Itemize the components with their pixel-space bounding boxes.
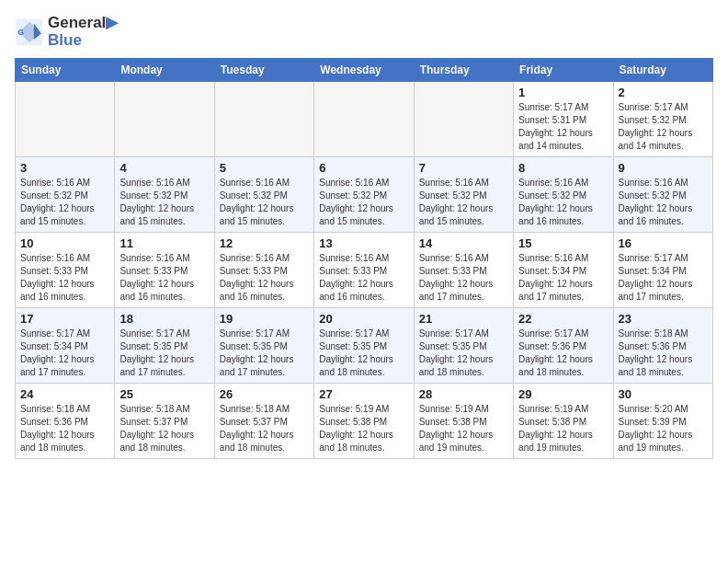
day-info: Sunrise: 5:16 AM Sunset: 5:33 PM Dayligh… — [119, 252, 209, 304]
calendar-day-cell: 27Sunrise: 5:19 AM Sunset: 5:38 PM Dayli… — [314, 384, 414, 459]
day-info: Sunrise: 5:17 AM Sunset: 5:34 PM Dayligh… — [20, 327, 109, 379]
day-number: 25 — [119, 387, 209, 401]
weekday-header: Wednesday — [314, 59, 414, 82]
logo-text: General▶ Blue — [48, 15, 118, 49]
calendar-day-cell: 11Sunrise: 5:16 AM Sunset: 5:33 PM Dayli… — [115, 233, 214, 308]
calendar-day-cell — [214, 82, 313, 157]
weekday-header: Friday — [514, 59, 613, 82]
day-number: 12 — [220, 236, 309, 250]
day-number: 4 — [119, 161, 209, 175]
calendar-day-cell: 14Sunrise: 5:16 AM Sunset: 5:33 PM Dayli… — [414, 233, 513, 308]
day-info: Sunrise: 5:19 AM Sunset: 5:38 PM Dayligh… — [419, 403, 508, 454]
calendar-day-cell: 6Sunrise: 5:16 AM Sunset: 5:32 PM Daylig… — [314, 157, 414, 233]
day-number: 23 — [619, 312, 708, 326]
day-number: 7 — [419, 161, 508, 175]
logo: G General▶ Blue — [15, 15, 118, 49]
day-info: Sunrise: 5:19 AM Sunset: 5:38 PM Dayligh… — [319, 403, 408, 454]
day-info: Sunrise: 5:16 AM Sunset: 5:32 PM Dayligh… — [619, 177, 708, 228]
calendar-day-cell: 20Sunrise: 5:17 AM Sunset: 5:35 PM Dayli… — [314, 308, 414, 384]
calendar-day-cell — [16, 82, 115, 157]
svg-text:G: G — [17, 28, 24, 37]
day-info: Sunrise: 5:17 AM Sunset: 5:35 PM Dayligh… — [319, 327, 408, 379]
calendar-day-cell: 24Sunrise: 5:18 AM Sunset: 5:36 PM Dayli… — [16, 384, 115, 459]
logo-icon: G — [15, 17, 44, 47]
calendar-day-cell: 30Sunrise: 5:20 AM Sunset: 5:39 PM Dayli… — [613, 384, 712, 459]
day-number: 9 — [619, 161, 708, 175]
day-number: 15 — [518, 236, 608, 250]
day-number: 17 — [20, 312, 109, 326]
calendar-day-cell: 4Sunrise: 5:16 AM Sunset: 5:32 PM Daylig… — [115, 157, 214, 233]
calendar-day-cell: 29Sunrise: 5:19 AM Sunset: 5:38 PM Dayli… — [514, 384, 613, 459]
calendar-day-cell: 17Sunrise: 5:17 AM Sunset: 5:34 PM Dayli… — [16, 308, 115, 384]
day-number: 2 — [619, 86, 708, 99]
calendar-day-cell: 19Sunrise: 5:17 AM Sunset: 5:35 PM Dayli… — [214, 308, 313, 384]
calendar-day-cell: 15Sunrise: 5:16 AM Sunset: 5:34 PM Dayli… — [514, 233, 613, 308]
calendar-day-cell: 2Sunrise: 5:17 AM Sunset: 5:32 PM Daylig… — [613, 82, 712, 157]
calendar-day-cell: 8Sunrise: 5:16 AM Sunset: 5:32 PM Daylig… — [514, 157, 613, 233]
calendar-week-row: 17Sunrise: 5:17 AM Sunset: 5:34 PM Dayli… — [16, 308, 713, 384]
calendar-week-row: 3Sunrise: 5:16 AM Sunset: 5:32 PM Daylig… — [16, 157, 713, 233]
day-number: 24 — [20, 387, 109, 401]
calendar-day-cell: 23Sunrise: 5:18 AM Sunset: 5:36 PM Dayli… — [613, 308, 712, 384]
day-number: 28 — [419, 387, 508, 401]
calendar-week-row: 24Sunrise: 5:18 AM Sunset: 5:36 PM Dayli… — [16, 384, 713, 459]
weekday-header: Saturday — [613, 59, 712, 82]
page: G General▶ Blue SundayMondayTuesdayWedne… — [0, 0, 728, 474]
day-info: Sunrise: 5:16 AM Sunset: 5:32 PM Dayligh… — [20, 177, 109, 228]
day-number: 18 — [119, 312, 209, 326]
calendar-day-cell: 12Sunrise: 5:16 AM Sunset: 5:33 PM Dayli… — [214, 233, 313, 308]
day-info: Sunrise: 5:16 AM Sunset: 5:33 PM Dayligh… — [419, 252, 508, 304]
day-info: Sunrise: 5:17 AM Sunset: 5:35 PM Dayligh… — [220, 327, 309, 379]
day-info: Sunrise: 5:16 AM Sunset: 5:32 PM Dayligh… — [419, 177, 508, 228]
calendar-day-cell: 3Sunrise: 5:16 AM Sunset: 5:32 PM Daylig… — [16, 157, 115, 233]
day-info: Sunrise: 5:17 AM Sunset: 5:34 PM Dayligh… — [619, 252, 708, 304]
calendar-day-cell: 1Sunrise: 5:17 AM Sunset: 5:31 PM Daylig… — [514, 82, 613, 157]
day-number: 21 — [419, 312, 508, 326]
calendar-week-row: 10Sunrise: 5:16 AM Sunset: 5:33 PM Dayli… — [16, 233, 713, 308]
day-number: 30 — [619, 387, 708, 401]
calendar-day-cell: 25Sunrise: 5:18 AM Sunset: 5:37 PM Dayli… — [115, 384, 214, 459]
day-number: 20 — [319, 312, 408, 326]
day-number: 19 — [220, 312, 309, 326]
calendar-day-cell: 16Sunrise: 5:17 AM Sunset: 5:34 PM Dayli… — [613, 233, 712, 308]
calendar-day-cell — [314, 82, 414, 157]
day-number: 14 — [419, 236, 508, 250]
day-info: Sunrise: 5:17 AM Sunset: 5:31 PM Dayligh… — [518, 101, 608, 153]
day-number: 11 — [119, 236, 209, 250]
day-number: 27 — [319, 387, 408, 401]
day-info: Sunrise: 5:16 AM Sunset: 5:34 PM Dayligh… — [518, 252, 608, 304]
weekday-header: Monday — [115, 59, 214, 82]
day-number: 13 — [319, 236, 408, 250]
calendar-day-cell: 22Sunrise: 5:17 AM Sunset: 5:36 PM Dayli… — [514, 308, 613, 384]
calendar-day-cell: 7Sunrise: 5:16 AM Sunset: 5:32 PM Daylig… — [414, 157, 513, 233]
day-info: Sunrise: 5:18 AM Sunset: 5:37 PM Dayligh… — [119, 403, 209, 454]
weekday-header: Thursday — [414, 59, 513, 82]
day-number: 1 — [518, 86, 608, 99]
day-info: Sunrise: 5:17 AM Sunset: 5:36 PM Dayligh… — [518, 327, 608, 379]
calendar-day-cell: 26Sunrise: 5:18 AM Sunset: 5:37 PM Dayli… — [214, 384, 313, 459]
day-info: Sunrise: 5:18 AM Sunset: 5:37 PM Dayligh… — [220, 403, 309, 454]
day-number: 6 — [319, 161, 408, 175]
day-info: Sunrise: 5:16 AM Sunset: 5:32 PM Dayligh… — [119, 177, 209, 228]
calendar-day-cell: 18Sunrise: 5:17 AM Sunset: 5:35 PM Dayli… — [115, 308, 214, 384]
day-info: Sunrise: 5:20 AM Sunset: 5:39 PM Dayligh… — [619, 403, 708, 454]
day-info: Sunrise: 5:17 AM Sunset: 5:35 PM Dayligh… — [419, 327, 508, 379]
day-info: Sunrise: 5:18 AM Sunset: 5:36 PM Dayligh… — [20, 403, 109, 454]
calendar-day-cell: 13Sunrise: 5:16 AM Sunset: 5:33 PM Dayli… — [314, 233, 414, 308]
calendar-day-cell: 5Sunrise: 5:16 AM Sunset: 5:32 PM Daylig… — [214, 157, 313, 233]
day-number: 3 — [20, 161, 109, 175]
calendar-week-row: 1Sunrise: 5:17 AM Sunset: 5:31 PM Daylig… — [16, 82, 713, 157]
weekday-header: Sunday — [16, 59, 115, 82]
day-info: Sunrise: 5:17 AM Sunset: 5:35 PM Dayligh… — [119, 327, 209, 379]
day-info: Sunrise: 5:17 AM Sunset: 5:32 PM Dayligh… — [619, 101, 708, 153]
calendar-table: SundayMondayTuesdayWednesdayThursdayFrid… — [15, 58, 713, 459]
calendar-day-cell — [115, 82, 214, 157]
day-number: 8 — [518, 161, 608, 175]
day-info: Sunrise: 5:19 AM Sunset: 5:38 PM Dayligh… — [518, 403, 608, 454]
day-info: Sunrise: 5:18 AM Sunset: 5:36 PM Dayligh… — [619, 327, 708, 379]
weekday-header: Tuesday — [214, 59, 313, 82]
calendar-day-cell: 10Sunrise: 5:16 AM Sunset: 5:33 PM Dayli… — [16, 233, 115, 308]
day-number: 29 — [518, 387, 608, 401]
calendar-day-cell: 28Sunrise: 5:19 AM Sunset: 5:38 PM Dayli… — [414, 384, 513, 459]
day-number: 5 — [220, 161, 309, 175]
